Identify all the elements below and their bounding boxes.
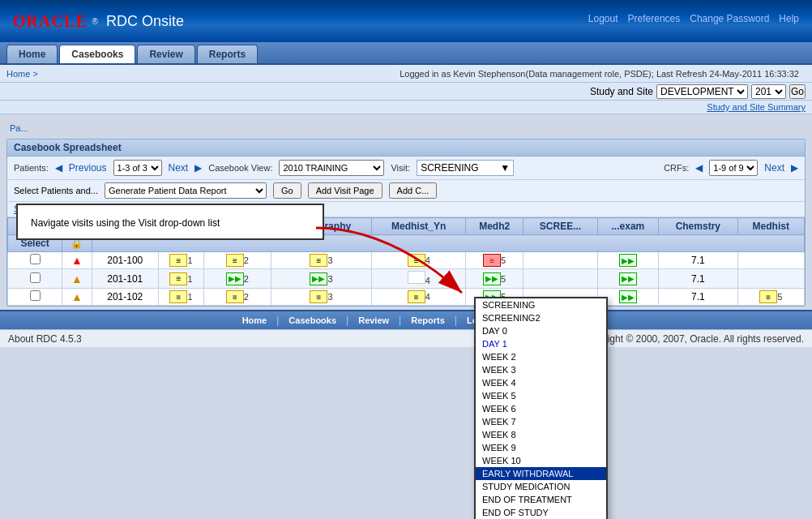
tab-home[interactable]: Home xyxy=(6,45,58,63)
study-site-label: Study and Site xyxy=(590,86,653,97)
tab-review[interactable]: Review xyxy=(137,45,194,63)
logout-link[interactable]: Logout xyxy=(588,13,618,24)
preferences-link[interactable]: Preferences xyxy=(628,13,681,24)
visit-select-display[interactable]: SCREENING ▼ xyxy=(417,160,514,176)
casebook-header: Casebook Spreadsheet xyxy=(7,139,805,157)
row1-chemstry: 7.1 xyxy=(659,252,738,269)
app-title: RDC Onsite xyxy=(106,13,184,30)
visit-item-week9[interactable]: WEEK 9 xyxy=(476,441,606,454)
status-bar: Home > Logged in as Kevin Stephenson(Dat… xyxy=(0,65,812,83)
tooltip-text: Navigate visits using the Visit drop-dow… xyxy=(31,217,220,229)
site-select[interactable]: 201 xyxy=(751,84,786,99)
row3-dov[interactable]: ≡1 xyxy=(158,289,203,306)
nav-bar: Home Casebooks Review Reports xyxy=(0,42,812,65)
visit-item-study-medication[interactable]: STUDY MEDICATION xyxy=(476,480,606,493)
row3-checkbox[interactable] xyxy=(30,290,41,301)
th-medhist: Medhist xyxy=(737,218,804,235)
main-content: Navigate visits using the Visit drop-dow… xyxy=(0,114,812,310)
crfs-range-select[interactable]: 1-9 of 9 xyxy=(709,160,758,176)
next-patients-icon[interactable]: ▶ xyxy=(194,162,202,174)
status-info: Logged in as Kevin Stephenson(Data manag… xyxy=(38,69,806,79)
row2-inc-exc[interactable]: ▶▶2 xyxy=(204,269,271,289)
change-password-link[interactable]: Change Password xyxy=(690,13,769,24)
visit-item-week7[interactable]: WEEK 7 xyxy=(476,415,606,428)
row3-number: 201-102 xyxy=(92,289,158,306)
patients-label: Patients: xyxy=(14,163,49,173)
go-button-patient[interactable]: Go xyxy=(273,182,301,199)
row3-select[interactable] xyxy=(8,289,62,306)
study-site-area: Study and Site DEVELOPMENT 201 Go xyxy=(0,83,812,101)
row3-flag: ▲ xyxy=(62,289,92,306)
next-crfs-link[interactable]: Next xyxy=(764,162,784,174)
row2-medhist xyxy=(737,269,804,289)
row3-chemstry: 7.1 xyxy=(659,289,738,306)
visit-item-week10[interactable]: WEEK 10 xyxy=(476,454,606,467)
visit-item-week6[interactable]: WEEK 6 xyxy=(476,402,606,415)
row1-inc-exc[interactable]: ≡2 xyxy=(204,252,271,269)
row1-flag: ▲ xyxy=(62,252,92,269)
row3-medhist[interactable]: ≡5 xyxy=(737,289,804,306)
red-arrow xyxy=(308,220,486,317)
tab-reports[interactable]: Reports xyxy=(197,45,258,63)
visit-item-week3[interactable]: WEEK 3 xyxy=(476,363,606,376)
prev-patients-icon[interactable]: ◀ xyxy=(55,162,62,174)
page-label-row: Pa... xyxy=(6,119,806,137)
oracle-text: ORACLE xyxy=(13,12,88,31)
row2-select[interactable] xyxy=(8,269,62,289)
visit-item-week5[interactable]: WEEK 5 xyxy=(476,389,606,402)
controls-row: Patients: ◀ Previous 1-3 of 3 Next ▶ Cas… xyxy=(7,157,805,180)
footer-home-link[interactable]: Home xyxy=(242,315,267,325)
tooltip-box: Navigate visits using the Visit drop-dow… xyxy=(16,204,324,240)
registered-icon: ® xyxy=(92,17,98,26)
page-label: Pa... xyxy=(10,123,28,133)
footer-info: About RDC 4.5.3 Copyright © 2000, 2007, … xyxy=(0,329,812,347)
row2-exam: ▶▶ xyxy=(597,269,658,289)
study-summary-link[interactable]: Study and Site Summary xyxy=(707,102,806,112)
patient-controls: Select Patients and... Generate Patient … xyxy=(7,180,805,202)
about-text: About RDC 4.5.3 xyxy=(8,333,82,345)
row2-checkbox[interactable] xyxy=(30,272,41,283)
visit-item-screening[interactable]: SCREENING xyxy=(476,298,606,311)
row1-number: 201-100 xyxy=(92,252,158,269)
tab-casebooks[interactable]: Casebooks xyxy=(59,45,135,63)
patients-range-select[interactable]: 1-3 of 3 xyxy=(113,160,162,176)
visit-item-week2[interactable]: WEEK 2 xyxy=(476,350,606,363)
visit-dropdown-overlay[interactable]: SCREENING SCREENING2 DAY 0 DAY 1 WEEK 2 … xyxy=(474,297,608,519)
next-patients-link[interactable]: Next xyxy=(169,162,189,174)
header: ORACLE ® RDC Onsite Logout Preferences C… xyxy=(0,0,812,42)
add-visit-page-button[interactable]: Add Visit Page xyxy=(308,182,382,199)
row1-medhist xyxy=(737,252,804,269)
visit-item-early-withdrawal[interactable]: EARLY WITHDRAWAL xyxy=(476,467,606,480)
row2-dov[interactable]: ≡1 xyxy=(158,269,203,289)
visit-dropdown-arrow: ▼ xyxy=(500,162,510,174)
prev-patients-link[interactable]: Previous xyxy=(69,162,107,174)
prev-crfs-icon[interactable]: ◀ xyxy=(695,162,703,174)
row1-dov[interactable]: ≡1 xyxy=(158,252,203,269)
visit-item-day1[interactable]: DAY 1 xyxy=(476,337,606,350)
row1-select[interactable] xyxy=(8,252,62,269)
footer-sep1: | xyxy=(276,315,279,326)
study-select[interactable]: DEVELOPMENT xyxy=(656,84,748,99)
visit-item-screening2[interactable]: SCREENING2 xyxy=(476,311,606,324)
crfs-label: CRFs: xyxy=(664,163,689,173)
row2-flag: ▲ xyxy=(62,269,92,289)
row2-number: 201-101 xyxy=(92,269,158,289)
visit-item-day0[interactable]: DAY 0 xyxy=(476,324,606,337)
row2-chemstry: 7.1 xyxy=(659,269,738,289)
row2-scree xyxy=(524,269,597,289)
patient-action-select[interactable]: Generate Patient Data Report xyxy=(105,182,267,199)
visit-item-week8[interactable]: WEEK 8 xyxy=(476,428,606,441)
next-crfs-icon[interactable]: ▶ xyxy=(791,162,798,174)
copyright-text: Copyright © 2000, 2007, Oracle. All righ… xyxy=(582,333,804,345)
study-summary-row: Study and Site Summary xyxy=(0,101,812,114)
visit-item-end-study[interactable]: END OF STUDY xyxy=(476,506,606,519)
add-crfs-button[interactable]: Add C... xyxy=(389,182,438,199)
row3-inc-exc[interactable]: ≡2 xyxy=(204,289,271,306)
visit-label: Visit: xyxy=(391,163,410,173)
visit-item-end-treatment[interactable]: END OF TREATMENT xyxy=(476,493,606,506)
help-link[interactable]: Help xyxy=(779,13,799,24)
row1-checkbox[interactable] xyxy=(30,254,41,264)
go-button-study[interactable]: Go xyxy=(789,84,806,99)
casebook-view-select[interactable]: 2010 TRAINING xyxy=(279,160,384,176)
visit-item-week4[interactable]: WEEK 4 xyxy=(476,376,606,389)
